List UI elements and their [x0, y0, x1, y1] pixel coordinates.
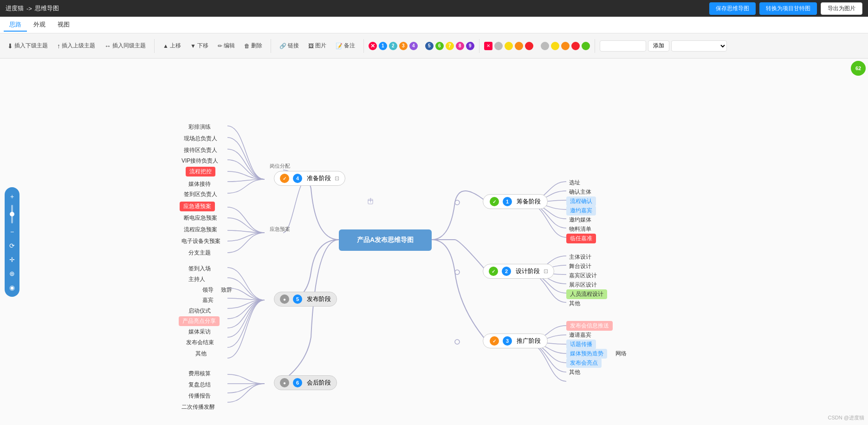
leaf-feiyonghesuan[interactable]: 费用核算 — [186, 369, 214, 379]
add-button[interactable]: 添加 — [648, 40, 669, 52]
color-3-button[interactable]: 3 — [399, 42, 408, 50]
leaf-fabujieshu[interactable]: 发布会结束 — [183, 338, 217, 347]
leaf-meitiyure[interactable]: 媒体预热造势 — [566, 349, 607, 359]
color-9-button[interactable]: 9 — [466, 42, 474, 50]
leaf-qidongyishi[interactable]: 启动仪式 — [186, 306, 214, 316]
leaf-linrenjiazhun[interactable]: 临任嘉准 — [566, 234, 596, 243]
leaf-liuchengyingji[interactable]: 流程应急预案 — [181, 225, 220, 235]
leaf-yaoyuejiaobin[interactable]: 邀约嘉宾 — [566, 206, 596, 216]
zoom-slider[interactable] — [11, 205, 13, 223]
color-4-button[interactable]: 4 — [409, 42, 418, 50]
leaf-liuchengqueren[interactable]: 流程确认 — [566, 196, 596, 206]
subgroup-yingji[interactable]: 应急预案 — [267, 225, 293, 234]
color-8-button[interactable]: 8 — [456, 42, 464, 50]
leaf-duandian[interactable]: 断电应急预案 — [181, 213, 220, 223]
leaf-yingjitong[interactable]: 应急通预案 — [180, 202, 215, 211]
leaf-ercichuanbo[interactable]: 二次传播发酵 — [179, 402, 218, 412]
settings-icon2[interactable]: ⊕ — [6, 268, 18, 279]
eye-icon2[interactable]: ◉ — [6, 282, 18, 293]
insert-child-button[interactable]: ⬇ 插入下级主题 — [4, 40, 52, 51]
stage-huihoujieduan[interactable]: ● 6 会后阶段 — [274, 375, 337, 390]
prio-1-button[interactable] — [494, 42, 503, 50]
stage-2-collapse-icon[interactable]: ⊡ — [544, 268, 548, 275]
leaf-liuchengba[interactable]: 流程把控 — [186, 167, 215, 177]
edit-button[interactable]: ✏ 编辑 — [214, 40, 239, 51]
subgroup-gangweifen[interactable]: 岗位分配 — [267, 162, 293, 170]
prio-2-button[interactable] — [505, 42, 513, 50]
leaf-zhutidesign[interactable]: 主体设计 — [566, 252, 594, 262]
tab-silu[interactable]: 思路 — [4, 19, 27, 32]
color-2-button[interactable]: 2 — [389, 42, 397, 50]
prio-x-button[interactable]: ✕ — [484, 42, 492, 50]
stage-shejijieduan[interactable]: ✓ 2 设计阶段 ⊡ — [483, 264, 554, 279]
prio-7-button[interactable] — [561, 42, 570, 50]
leaf-fabu-other[interactable]: 其他 — [193, 349, 209, 359]
leaf-huatichuan[interactable]: 话题传播 — [566, 340, 596, 349]
move-up-button[interactable]: ▲ 上移 — [159, 40, 185, 51]
color-7-button[interactable]: 7 — [446, 42, 454, 50]
leaf-meiticaifang[interactable]: 媒体采访 — [186, 327, 214, 337]
leaf-qiandaoruchang[interactable]: 签到入场 — [186, 264, 214, 274]
gantt-button[interactable]: 转换为项目甘特图 — [759, 2, 817, 15]
reset-view-icon[interactable]: ⟳ — [6, 240, 18, 251]
prio-6-button[interactable] — [551, 42, 559, 50]
export-button[interactable]: 导出为图片 — [821, 2, 862, 15]
center-node[interactable]: 产品A发布思维导图 — [339, 229, 432, 251]
stage-fabujieduan[interactable]: ● 5 发布阶段 — [274, 292, 337, 307]
leaf-fabuhuiliangdian[interactable]: 发布会亮点 — [566, 358, 602, 368]
leaf-zhici[interactable]: 致辞 — [218, 285, 235, 295]
add-select[interactable] — [671, 40, 727, 52]
stage-choubeijieduan[interactable]: ✓ 1 筹备阶段 — [483, 194, 548, 209]
leaf-tuiguang-other[interactable]: 其他 — [566, 367, 583, 377]
prio-green-button[interactable] — [582, 42, 590, 50]
leaf-chuanbobao[interactable]: 传播报告 — [186, 391, 214, 401]
leaf-xianchang[interactable]: 现场总负责人 — [181, 134, 220, 144]
leaf-fabuhuituisong[interactable]: 发布会信息推送 — [566, 321, 613, 331]
add-input[interactable] — [600, 40, 646, 52]
save-button[interactable]: 保存思维导图 — [709, 2, 756, 15]
leaf-qurenzhuti[interactable]: 确认主体 — [566, 187, 594, 197]
leaf-fupanzonghe[interactable]: 复盘总结 — [186, 380, 214, 390]
stage-zhunbeijieduan[interactable]: ✓ 4 准备阶段 ⊡ — [274, 171, 345, 186]
leaf-yaoqingjiaobin[interactable]: 邀请嘉宾 — [566, 330, 594, 340]
tab-shitu[interactable]: 视图 — [52, 19, 75, 32]
leaf-lingdao[interactable]: 领导 — [200, 285, 216, 295]
leaf-renyuanliucheng[interactable]: 人员流程设计 — [566, 289, 607, 299]
image-button[interactable]: 🖼 图片 — [304, 40, 330, 51]
color-5-button[interactable]: 5 — [425, 42, 434, 50]
color-x-button[interactable]: ✕ — [369, 42, 377, 50]
leaf-qiandaofuzeren[interactable]: 签到区负责人 — [181, 190, 220, 199]
leaf-dianzishebei[interactable]: 电子设备失预案 — [179, 236, 223, 246]
color-6-button[interactable]: 6 — [435, 42, 444, 50]
note-button[interactable]: 📝 备注 — [332, 40, 359, 51]
pan-icon[interactable]: ✛ — [6, 254, 18, 265]
prio-5-button[interactable] — [541, 42, 549, 50]
insert-parent-button[interactable]: ↑ 插入上级主题 — [53, 40, 99, 51]
zoom-out-icon[interactable]: − — [6, 226, 18, 237]
stage-tuiguangjieduan[interactable]: ✓ 3 推广阶段 — [483, 333, 548, 348]
insert-sibling-button[interactable]: ↔ 插入同级主题 — [101, 40, 149, 51]
leaf-wangluo[interactable]: 网络 — [613, 349, 629, 359]
leaf-xuanzhi[interactable]: 选址 — [566, 178, 583, 188]
prio-4-button[interactable] — [525, 42, 533, 50]
color-1-button[interactable]: 1 — [379, 42, 387, 50]
leaf-fenzhi[interactable]: 分支主题 — [186, 248, 214, 258]
zoom-in-icon[interactable]: + — [6, 191, 18, 202]
tab-waiguan[interactable]: 外观 — [28, 19, 51, 32]
leaf-zhuchiren[interactable]: 主持人 — [186, 275, 208, 284]
leaf-wuliaoqingdan[interactable]: 物料清单 — [566, 224, 594, 234]
leaf-zhanshiqudesign[interactable]: 展示区设计 — [566, 280, 600, 290]
leaf-chanpinliangdian[interactable]: 产品亮点分享 — [179, 316, 220, 326]
prio-8-button[interactable] — [571, 42, 580, 50]
leaf-design-other[interactable]: 其他 — [566, 299, 583, 308]
leaf-vip[interactable]: VIP接待负责人 — [179, 156, 221, 166]
prio-3-button[interactable] — [515, 42, 523, 50]
delete-button[interactable]: 🗑 删除 — [240, 40, 266, 51]
leaf-meiti[interactable]: 媒体接待 — [186, 179, 214, 189]
leaf-jiabinqudesign[interactable]: 嘉宾区设计 — [566, 271, 600, 281]
link-button[interactable]: 🔗 链接 — [276, 40, 303, 51]
move-down-button[interactable]: ▼ 下移 — [187, 40, 212, 51]
leaf-jiabin[interactable]: 嘉宾 — [200, 295, 216, 305]
leaf-caipai[interactable]: 彩排演练 — [186, 122, 214, 132]
stage-4-collapse-icon[interactable]: ⊡ — [335, 175, 339, 182]
